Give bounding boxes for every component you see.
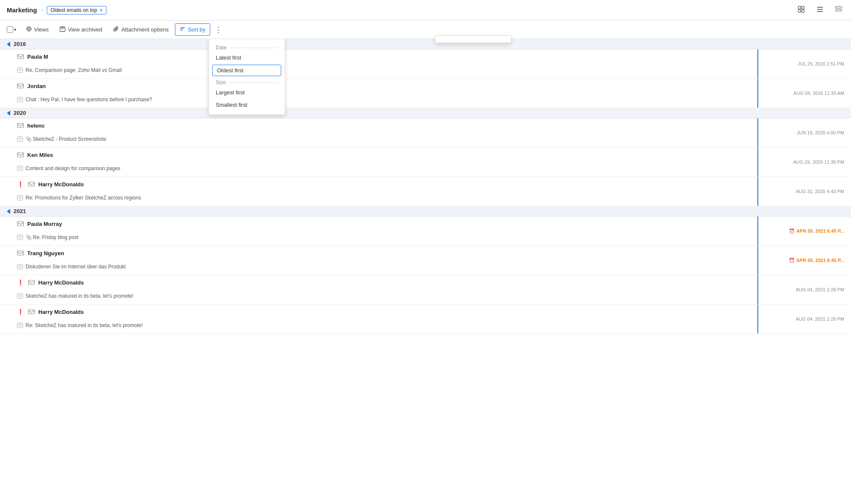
svg-rect-50 (29, 310, 34, 314)
active-filter-badge[interactable]: Oldest emails on top × (47, 6, 106, 14)
email-open-icon (17, 250, 24, 256)
email-preview-icon (17, 293, 23, 299)
more-options-button[interactable]: ⋮ (212, 23, 225, 36)
email-preview-icon (17, 264, 23, 269)
year-header-2016: 2016 (0, 39, 851, 49)
largest-first-option[interactable]: Largest first (209, 86, 285, 99)
email-thread[interactable]: Jordan Chat : Hey Pat, I have few questi… (0, 79, 851, 108)
close-filter-icon[interactable]: × (100, 7, 103, 13)
views-label: Views (34, 26, 49, 33)
date-column: AUG 31, 2020 4:43 PM (757, 177, 851, 206)
svg-rect-35 (17, 196, 23, 200)
subject-text: SketcheZ has matured in its beta, let's … (26, 293, 134, 299)
email-open-icon (17, 54, 24, 60)
date-text: AUG 31, 2020 4:43 PM (796, 189, 844, 194)
svg-rect-0 (798, 6, 801, 9)
date-section-label: Date (209, 42, 285, 51)
email-thread[interactable]: Paula Murray 📎 Re: Friday blog postAPR 0… (0, 216, 851, 246)
year-arrow-icon (7, 209, 10, 214)
view-mode-1-button[interactable] (796, 4, 807, 17)
view-mode-3-button[interactable] (833, 4, 844, 17)
email-open-icon (17, 221, 24, 227)
smallest-first-option[interactable]: Smallest first (209, 99, 285, 111)
sort-dropdown (435, 35, 511, 43)
select-all-wrapper[interactable]: ▾ (7, 26, 16, 33)
select-dropdown-arrow-icon[interactable]: ▾ (14, 27, 16, 32)
email-list: 2016 Paula M Re. Comparison page: Zoho M… (0, 39, 851, 334)
svg-rect-7 (836, 6, 842, 8)
paperclip-icon: 📎 (26, 136, 32, 142)
date-column: APR 05, 2021 6:45 P... (757, 246, 851, 275)
attachment-options-button[interactable]: Attachment options (109, 23, 173, 36)
latest-first-option[interactable]: Latest first (209, 51, 285, 64)
toolbar: ▾ Views View archived Attachment op (0, 20, 851, 39)
date-column: JUN 19, 2020 4:00 PM (757, 118, 851, 147)
email-sender-row: Paula Murray (0, 216, 851, 231)
svg-rect-4 (817, 7, 823, 8)
date-text: JUN 19, 2020 4:00 PM (797, 130, 844, 135)
email-thread[interactable]: ❗ Harry McDonalds Re: Promotions for Zyl… (0, 177, 851, 206)
svg-rect-47 (17, 294, 23, 299)
sender-name: Paula Murray (27, 221, 62, 227)
view-mode-2-button[interactable] (814, 4, 825, 17)
email-thread[interactable]: ❗ Harry McDonalds SketcheZ has matured i… (0, 275, 851, 305)
sort-by-button[interactable]: Sort by (175, 23, 210, 36)
year-header-2021: 2021 (0, 206, 851, 216)
svg-rect-6 (817, 11, 823, 12)
top-bar-right (796, 4, 844, 17)
svg-rect-22 (17, 84, 23, 88)
email-open-icon (17, 83, 24, 89)
sort-dropdown-menu: Date Latest first Oldest first Size Larg… (208, 39, 285, 115)
svg-rect-12 (60, 28, 65, 31)
email-sender-row: helenc (0, 118, 851, 133)
email-subject-row: Re. Comparison page: Zoho Mail vs Gmail (0, 64, 851, 78)
svg-rect-46 (29, 280, 34, 285)
filter-label: Oldest emails on top (51, 7, 97, 13)
date-column: JUL 29, 2016 2:51 PM (757, 49, 851, 78)
urgent-icon: ❗ (17, 181, 24, 188)
email-thread[interactable]: Ken Miles Content and design for compari… (0, 148, 851, 177)
subject-text: Re. Comparison page: Zoho Mail vs Gmail (26, 67, 122, 73)
subject-text: SketcheZ - Product Screenshots (33, 136, 106, 142)
date-column: AUG 04, 2021 2:28 PM (757, 275, 851, 304)
svg-rect-42 (17, 251, 23, 255)
svg-rect-18 (17, 54, 23, 59)
email-subject-row: Chat : Hey Pat, I have few questions bef… (0, 93, 851, 108)
archive-icon (60, 26, 66, 33)
year-arrow-icon (7, 111, 10, 116)
subject-text: Content and design for comparison pages (26, 165, 120, 171)
email-sender-row: Ken Miles (0, 148, 851, 162)
subject-text: Re: Friday blog post (33, 234, 78, 240)
views-icon (26, 26, 32, 33)
sender-name: Harry McDonalds (38, 279, 84, 286)
email-thread[interactable]: ❗ Harry McDonalds Re: SketcheZ has matur… (0, 305, 851, 334)
date-column: APR 05, 2021 6:45 P... (757, 216, 851, 245)
email-open-icon (17, 152, 24, 158)
svg-rect-3 (802, 10, 804, 12)
email-subject-row: Re: Promotions for Zylker SketcheZ acros… (0, 191, 851, 206)
urgent-icon: ❗ (17, 309, 24, 315)
sort-icon (180, 26, 186, 33)
oldest-first-option[interactable]: Oldest first (212, 65, 281, 76)
svg-rect-19 (17, 68, 23, 73)
view-archived-button[interactable]: View archived (55, 23, 107, 36)
svg-rect-51 (17, 323, 23, 328)
svg-rect-34 (29, 182, 34, 186)
email-subject-row: SketcheZ has matured in its beta, let's … (0, 290, 851, 304)
views-button[interactable]: Views (21, 23, 53, 36)
email-thread[interactable]: Paula M Re. Comparison page: Zoho Mail v… (0, 49, 851, 79)
email-preview-icon (17, 235, 23, 240)
email-thread[interactable]: helenc 📎 SketcheZ - Product ScreenshotsJ… (0, 118, 851, 148)
attachment-options-label: Attachment options (121, 26, 168, 33)
email-sender-row: Jordan (0, 79, 851, 93)
app-title: Marketing (7, 6, 37, 14)
view-mode-2-icon (816, 6, 824, 13)
svg-rect-43 (17, 265, 23, 269)
svg-rect-5 (817, 9, 823, 10)
email-sender-row: Paula M (0, 49, 851, 64)
select-all-checkbox[interactable] (7, 26, 13, 33)
urgent-icon: ❗ (17, 279, 24, 286)
sender-name: Harry McDonalds (38, 309, 84, 315)
email-thread[interactable]: Trang Nguyen Diskutieren Sie im Internet… (0, 246, 851, 275)
svg-rect-23 (17, 97, 23, 102)
